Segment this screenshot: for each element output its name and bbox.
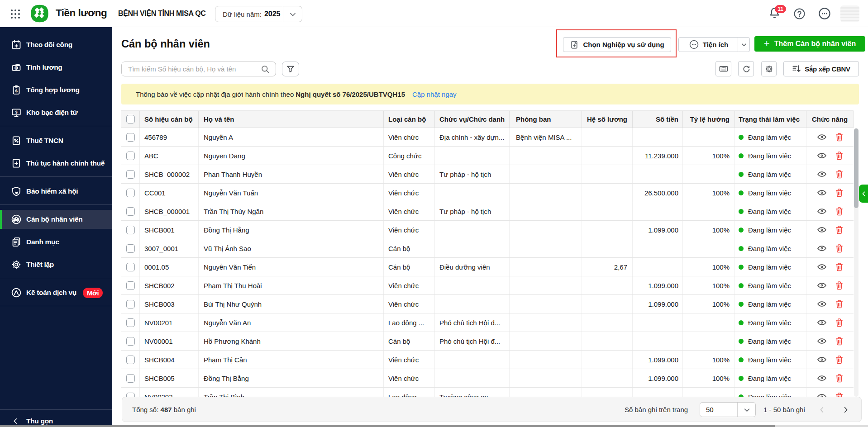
svg-text:$: $: [15, 88, 18, 93]
svg-text:$: $: [15, 110, 18, 114]
